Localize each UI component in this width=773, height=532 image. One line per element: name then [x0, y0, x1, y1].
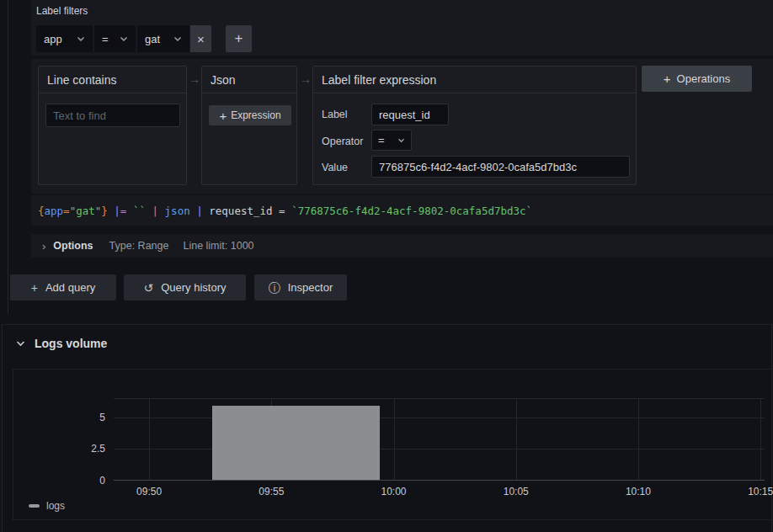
x-axis-line — [114, 480, 765, 481]
x-axis-tick-label: 09:50 — [136, 486, 162, 497]
filter-value-value: gat — [145, 33, 160, 45]
options-line-limit-text: Line limit: 1000 — [183, 240, 253, 252]
query-token: { — [38, 205, 45, 217]
legend-item-logs[interactable]: logs — [29, 499, 65, 513]
x-axis-tick-label: 09:55 — [259, 486, 284, 497]
pipeline-arrow-icon: → — [300, 72, 312, 86]
query-token: "gat" — [70, 205, 102, 217]
filter-operator-select[interactable]: = — [94, 25, 136, 52]
query-history-label: Query history — [161, 281, 226, 294]
query-token: `776875c6-f4d2-4acf-9802-0cafa5d7bd3c` — [291, 205, 532, 217]
y-gridline — [114, 418, 765, 418]
operation-card-title: Label filter expression — [313, 66, 636, 93]
y-gridline — [114, 449, 765, 450]
operation-card-title: Line contains — [39, 66, 186, 93]
add-label-filter-button[interactable]: + — [226, 25, 252, 52]
x-axis-tick-label: 10:00 — [381, 486, 407, 497]
remove-filter-button[interactable]: × — [190, 25, 211, 52]
filter-value-select[interactable]: gat — [137, 25, 189, 52]
close-icon: × — [197, 32, 205, 46]
inspector-button[interactable]: ⓘ Inspector — [254, 274, 347, 301]
label-filters-heading: Label filters — [36, 5, 88, 17]
line-contains-input[interactable] — [45, 104, 180, 127]
options-toggle-label[interactable]: Options — [53, 240, 93, 252]
filter-label-value: app — [44, 33, 62, 45]
query-token: |= — [114, 205, 126, 217]
label-field-input[interactable] — [371, 104, 449, 125]
label-field-label: Label — [322, 109, 348, 120]
chevron-down-icon — [397, 138, 405, 143]
y-axis-tick-label: 2.5 — [63, 442, 105, 455]
add-operations-label: Operations — [677, 72, 731, 85]
filter-label-select[interactable]: app — [36, 25, 93, 52]
add-expression-button[interactable]: + Expression — [209, 105, 291, 125]
label-filter-row: app = gat × + — [36, 25, 252, 52]
query-editor-left-border — [8, 0, 8, 313]
logs-bar[interactable] — [212, 406, 379, 481]
y-axis-tick-label: 5 — [63, 411, 105, 424]
add-operations-button[interactable]: + Operations — [642, 66, 752, 92]
inspector-label: Inspector — [288, 281, 333, 294]
x-axis-tick-label: 10:10 — [626, 486, 651, 497]
logs-volume-panel: Logs volume logs 02.5509:5009:5510:0010:… — [2, 324, 772, 532]
plus-icon: + — [664, 72, 671, 85]
operation-card-label-filter-expression: Label filter expression Label Operator =… — [312, 66, 637, 185]
x-axis-tick-label: 10:15 — [748, 486, 773, 497]
plus-icon: + — [235, 30, 243, 47]
value-field-label: Value — [322, 162, 348, 173]
value-field-input[interactable] — [371, 156, 630, 178]
add-expression-label: Expression — [231, 109, 280, 121]
plus-icon: + — [219, 109, 227, 122]
x-axis-tick-label: 10:05 — [504, 486, 529, 497]
query-token: | — [152, 205, 159, 217]
query-token: `` — [133, 205, 146, 217]
chevron-down-icon — [120, 36, 128, 42]
operator-select[interactable]: = — [371, 130, 412, 151]
logs-volume-chart: logs 02.5509:5009:5510:0010:0510:1010:15 — [13, 369, 772, 520]
query-token: json — [165, 205, 190, 217]
logs-volume-plot[interactable] — [114, 398, 765, 481]
query-token — [146, 205, 152, 217]
operation-card-title: Json — [202, 66, 296, 93]
chevron-down-icon — [77, 36, 85, 42]
x-gridline — [760, 398, 761, 481]
operation-card-json: Json + Expression — [201, 66, 297, 185]
operation-card-line-contains: Line contains — [38, 66, 187, 185]
chevron-down-icon — [16, 340, 25, 347]
x-gridline — [516, 398, 517, 481]
operator-value: = — [378, 134, 385, 146]
y-gridline — [114, 398, 765, 399]
query-preview-code: {app="gat"} |= `` | json | request_id = … — [38, 205, 532, 217]
y-axis-tick-label: 0 — [63, 474, 105, 487]
query-token — [158, 205, 165, 217]
add-query-label: Add query — [45, 281, 95, 294]
query-token: request_id = — [203, 205, 291, 217]
query-preview-row: {app="gat"} |= `` | json | request_id = … — [31, 195, 773, 226]
query-history-button[interactable]: ↺ Query history — [124, 274, 246, 301]
options-type-text: Type: Range — [109, 240, 169, 252]
options-row[interactable]: › Options Type: Range Line limit: 1000 — [31, 234, 773, 258]
query-token: } — [101, 205, 108, 217]
logs-volume-title: Logs volume — [35, 337, 107, 350]
plus-icon: + — [31, 282, 38, 294]
info-icon: ⓘ — [269, 282, 280, 294]
query-token: = — [63, 205, 70, 217]
logs-volume-collapse-header[interactable]: Logs volume — [9, 333, 114, 354]
x-gridline — [149, 398, 150, 481]
query-token: | — [196, 205, 203, 217]
operator-field-label: Operator — [322, 136, 363, 147]
query-token: app — [45, 205, 64, 217]
pipeline-arrow-icon: → — [189, 72, 200, 86]
chevron-right-icon: › — [42, 240, 45, 253]
legend-label: logs — [46, 500, 65, 512]
legend-swatch — [29, 504, 40, 508]
add-query-button[interactable]: + Add query — [10, 274, 116, 301]
history-icon: ↺ — [143, 282, 153, 294]
chevron-down-icon — [173, 36, 182, 42]
x-gridline — [638, 398, 639, 481]
x-gridline — [394, 398, 395, 481]
query-token — [126, 205, 133, 217]
filter-operator-value: = — [102, 33, 109, 45]
